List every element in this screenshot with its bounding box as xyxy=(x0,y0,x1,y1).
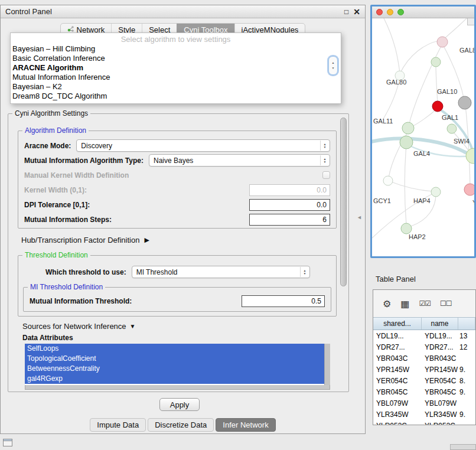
network-node[interactable] xyxy=(431,187,441,197)
network-node-gal1[interactable] xyxy=(447,124,457,133)
threshold-definition-title: Threshold Definition xyxy=(22,251,90,259)
table-row[interactable]: YBR045CYBR045C9. xyxy=(373,386,475,397)
zoom-traffic-light-icon[interactable] xyxy=(397,9,404,15)
sources-section[interactable]: Sources for Network Inference ▼ xyxy=(22,322,135,331)
network-edge xyxy=(409,44,442,126)
mi-threshold-field[interactable]: 0.5 xyxy=(242,295,325,307)
deselect-all-icon[interactable]: ☐☐ xyxy=(440,299,452,308)
bottom-scrollbar-fragment[interactable] xyxy=(450,444,476,450)
network-node[interactable] xyxy=(383,176,393,185)
network-node-gal11[interactable] xyxy=(402,122,414,134)
scrollbar-thumb[interactable] xyxy=(340,118,347,286)
mi-threshold-definition-group: MI Threshold Definition Mutual Informati… xyxy=(23,287,331,312)
node-label-gal10: GAL10 xyxy=(437,88,457,95)
bottom-tab-infer-network[interactable]: Infer Network xyxy=(216,418,275,432)
table-cell: 8. xyxy=(458,377,475,385)
bottom-tab-discretize-data[interactable]: Discretize Data xyxy=(148,418,214,432)
which-threshold-select[interactable]: MI Threshold ▲▼ xyxy=(132,266,310,278)
mi-type-value: Naive Bayes xyxy=(154,156,193,165)
minimize-traffic-light-icon[interactable] xyxy=(387,9,393,15)
table-row[interactable]: YLR053CYLR053C xyxy=(373,420,475,425)
algorithm-list: Bayesian – Hill ClimbingBasic Correlatio… xyxy=(11,44,341,101)
columns-icon[interactable]: ▦ xyxy=(400,298,409,309)
close-icon[interactable]: ✕ xyxy=(353,7,360,17)
dpi-tolerance-field[interactable]: 0.0 xyxy=(249,199,330,211)
column-header-cut[interactable] xyxy=(458,318,475,330)
attribute-list-vscrollbar[interactable] xyxy=(324,344,330,385)
attribute-item-topologicalcoefficient[interactable]: TopologicalCoefficient xyxy=(25,354,324,364)
table-row[interactable]: YDL19...YDL19...13 xyxy=(373,330,475,341)
attribute-item-betweennesscentrality[interactable]: BetweennessCentrality xyxy=(25,364,324,374)
column-header-shared[interactable]: shared... xyxy=(373,318,422,330)
network-node[interactable] xyxy=(464,184,474,195)
algorithm-option-basic-correlation-inference[interactable]: Basic Correlation Inference xyxy=(11,54,341,63)
mi-type-select[interactable]: Naive Bayes ▲▼ xyxy=(149,154,330,167)
settings-group-title: Cyni Algorithm Settings xyxy=(12,109,90,118)
attribute-items: SelfLoopsTopologicalCoefficientBetweenne… xyxy=(25,344,324,385)
collapsed-arrow-icon[interactable]: ▶ xyxy=(144,236,149,244)
algorithm-option-bayesian-k2[interactable]: Bayesian – K2 xyxy=(11,82,341,92)
combo-stepper-focus-fragment[interactable]: ▲▼ xyxy=(328,56,338,75)
table-row[interactable]: YDR27...YDR27...12 xyxy=(373,341,475,353)
network-node[interactable] xyxy=(431,57,441,67)
close-traffic-light-icon[interactable] xyxy=(376,9,383,15)
apply-button[interactable]: Apply xyxy=(159,398,200,411)
network-window-titlebar[interactable] xyxy=(372,6,474,18)
algorithm-option-mutual-information-inference[interactable]: Mutual Information Inference xyxy=(11,73,341,82)
minimized-panel-icon[interactable] xyxy=(3,439,12,446)
table-row[interactable]: YBR043CYBR043C xyxy=(373,353,475,364)
network-node-gal4[interactable] xyxy=(400,136,413,149)
network-edge xyxy=(400,41,439,74)
table-row[interactable]: YLR345WYLR345W9. xyxy=(373,409,475,420)
aracne-mode-select[interactable]: Discovery ▲▼ xyxy=(76,139,330,152)
attribute-item-selfloops[interactable]: SelfLoops xyxy=(25,344,324,354)
table-cell: YDR27... xyxy=(422,343,458,351)
table-cell: YBL079W xyxy=(422,399,458,407)
node-label-gal1: GAL1 xyxy=(442,114,458,121)
column-header-name[interactable]: name xyxy=(422,318,458,330)
cyni-algorithm-settings-group: Cyni Algorithm Settings Algorithm Defini… xyxy=(8,113,349,392)
network-node-gal10[interactable] xyxy=(458,96,471,109)
table-cell: 12 xyxy=(458,343,475,351)
network-canvas[interactable]: GAL8GAL80GAL10GAL11GAL1SWI4GAL4GCY1HAP4Y… xyxy=(372,18,474,256)
attribute-list-hscrollbar[interactable] xyxy=(25,385,330,390)
panel-splitter-icon[interactable]: ◄ xyxy=(357,214,362,220)
settings-scrollbar[interactable] xyxy=(340,118,347,388)
aracne-mode-value: Discovery xyxy=(81,142,112,150)
table-row[interactable]: YER054CYER054C8. xyxy=(373,375,475,386)
algorithm-option-aracne-algorithm[interactable]: ARACNE Algorithm xyxy=(11,63,341,73)
table-cell: YBR043C xyxy=(422,354,458,363)
table-row[interactable]: YBL079WYBL079W xyxy=(373,397,475,409)
select-all-icon[interactable]: ☑☑ xyxy=(419,299,431,308)
table-row[interactable]: YPR145WYPR145W9. xyxy=(373,364,475,375)
mi-steps-field[interactable]: 6 xyxy=(249,214,330,226)
which-threshold-row: Which threshold to use: MI Threshold ▲▼ xyxy=(45,265,310,279)
network-edge xyxy=(412,108,438,126)
node-label-gal11: GAL11 xyxy=(373,118,393,125)
algorithm-option-dream8-dc-tdc-algorithm[interactable]: Dream8 DC_TDC Algorithm xyxy=(11,92,341,101)
manual-kernel-checkbox[interactable] xyxy=(322,171,330,179)
network-edge xyxy=(390,181,433,191)
network-node[interactable] xyxy=(437,37,448,47)
hub-definition-section[interactable]: Hub/Transcription Factor Definition ▶ xyxy=(21,236,149,244)
algorithm-option-bayesian-hill-climbing[interactable]: Bayesian – Hill Climbing xyxy=(11,44,341,54)
control-panel-titlebar[interactable]: Control Panel □ ✕ xyxy=(1,5,365,18)
attribute-item-gal4rgexp[interactable]: gal4RGexp xyxy=(25,374,324,384)
dpi-tolerance-row: DPI Tolerance [0,1]: 0.0 xyxy=(24,197,330,212)
float-window-icon[interactable]: □ xyxy=(344,8,348,16)
table-cell: YLR053C xyxy=(373,422,422,426)
node-label-gal80: GAL80 xyxy=(386,79,406,86)
table-panel-title: Table Panel xyxy=(376,275,416,283)
expanded-arrow-icon[interactable]: ▼ xyxy=(130,323,136,330)
table-panel-window: ⚙ ▦ ☑☑ ☐☐ shared...name YDL19...YDL19...… xyxy=(373,289,476,425)
gear-icon[interactable]: ⚙ xyxy=(383,298,391,309)
data-attributes-list: SelfLoopsTopologicalCoefficientBetweenne… xyxy=(25,344,330,390)
network-node[interactable] xyxy=(432,101,443,112)
bottom-tab-impute-data[interactable]: Impute Data xyxy=(90,418,146,432)
network-node-hap2[interactable] xyxy=(401,223,412,234)
table-cell: 9. xyxy=(458,410,475,419)
mi-steps-row: Mutual Information Steps: 6 xyxy=(24,212,330,227)
kernel-width-label: Kernel Width (0,1): xyxy=(24,186,87,194)
kernel-width-field[interactable]: 0.0 xyxy=(249,184,330,196)
network-node-swi4[interactable] xyxy=(466,148,474,164)
